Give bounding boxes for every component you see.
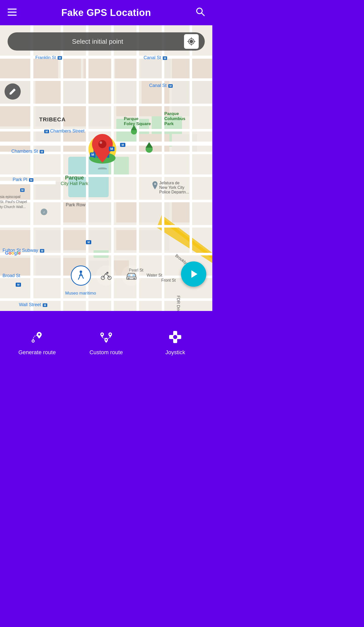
my-location-button[interactable]: [184, 34, 199, 49]
svg-rect-51: [35, 258, 61, 278]
svg-rect-45: [35, 230, 61, 250]
svg-rect-44: [0, 230, 33, 250]
svg-rect-41: [116, 202, 136, 222]
svg-rect-30: [139, 106, 169, 116]
svg-text:⚖: ⚖: [154, 183, 156, 185]
svg-rect-6: [0, 58, 30, 78]
svg-rect-47: [88, 230, 114, 250]
car-mode-button[interactable]: [121, 265, 142, 286]
svg-point-118: [101, 333, 103, 335]
svg-rect-27: [63, 106, 86, 126]
svg-rect-68: [30, 25, 33, 311]
joystick-icon: [168, 329, 183, 347]
svg-point-111: [133, 278, 135, 280]
play-button[interactable]: [181, 261, 206, 287]
svg-rect-10: [115, 58, 138, 81]
svg-point-98: [98, 140, 106, 148]
svg-rect-8: [61, 58, 81, 78]
generate-route-label: Generate route: [18, 349, 56, 356]
search-icon[interactable]: [196, 7, 205, 18]
svg-rect-31: [172, 106, 192, 116]
svg-rect-73: [162, 25, 164, 311]
generate-route-icon: [30, 329, 45, 347]
joystick-label: Joystick: [165, 349, 185, 356]
svg-rect-15: [63, 81, 86, 104]
police-icon: ⚖: [151, 181, 159, 191]
menu-icon[interactable]: [8, 9, 17, 17]
svg-point-119: [109, 333, 111, 335]
svg-point-99: [100, 141, 102, 144]
custom-route-label: Custom route: [89, 349, 123, 356]
svg-line-4: [201, 13, 204, 16]
svg-point-120: [105, 339, 107, 341]
svg-rect-69: [61, 25, 63, 311]
search-placeholder: Select initial point: [14, 38, 181, 46]
svg-rect-28: [88, 106, 114, 126]
bike-mode-button[interactable]: [96, 265, 116, 286]
svg-rect-113: [132, 274, 135, 276]
svg-rect-46: [63, 230, 86, 250]
svg-rect-112: [128, 274, 130, 276]
svg-rect-49: [139, 230, 169, 250]
svg-rect-18: [142, 81, 169, 104]
edit-pin[interactable]: [5, 83, 21, 100]
search-bar[interactable]: Select initial point: [8, 32, 205, 51]
svg-rect-2: [8, 15, 17, 16]
generate-route-nav-item[interactable]: Generate route: [3, 324, 72, 361]
svg-rect-37: [0, 182, 33, 202]
svg-text:M: M: [110, 147, 113, 151]
svg-rect-7: [33, 58, 58, 78]
bottom-navigation: Generate route Custom route: [0, 311, 212, 374]
svg-text:♪: ♪: [43, 210, 45, 214]
svg-point-116: [32, 340, 34, 342]
svg-rect-17: [116, 81, 136, 104]
main-location-pin: M M: [86, 131, 119, 169]
map-container[interactable]: Select initial point TRIBECA Franklin St…: [0, 25, 212, 311]
walk-mode-button[interactable]: [71, 265, 91, 286]
svg-rect-16: [88, 81, 114, 104]
svg-point-81: [190, 40, 193, 43]
svg-rect-25: [0, 106, 33, 126]
city-hall-park-label: Parque City Hall Park: [61, 174, 88, 186]
svg-marker-114: [191, 270, 197, 278]
church-icon: ♪: [40, 207, 48, 217]
svg-rect-11: [140, 58, 171, 81]
svg-rect-43: [172, 202, 192, 222]
top-bar: Fake GPS Location: [0, 0, 212, 25]
svg-point-110: [128, 278, 130, 280]
svg-rect-14: [35, 81, 61, 104]
svg-rect-1: [8, 12, 17, 13]
svg-point-117: [38, 333, 40, 335]
svg-rect-74: [190, 25, 192, 253]
joystick-nav-item[interactable]: Joystick: [141, 324, 210, 361]
google-logo: Google: [5, 251, 21, 256]
svg-point-123: [173, 335, 177, 339]
transport-modes: [71, 265, 142, 286]
svg-rect-38: [35, 182, 61, 202]
svg-text:M: M: [92, 153, 94, 156]
svg-rect-76: [0, 181, 56, 184]
svg-rect-40: [88, 202, 114, 222]
custom-route-nav-item[interactable]: Custom route: [72, 324, 141, 361]
svg-rect-26: [35, 106, 61, 126]
custom-route-icon: [99, 329, 114, 347]
svg-rect-50: [0, 258, 33, 278]
svg-rect-48: [116, 230, 136, 250]
svg-rect-39: [63, 202, 86, 222]
svg-rect-29: [116, 106, 136, 116]
app-title: Fake GPS Location: [61, 7, 151, 18]
svg-point-90: [98, 167, 107, 169]
svg-rect-0: [8, 9, 17, 10]
